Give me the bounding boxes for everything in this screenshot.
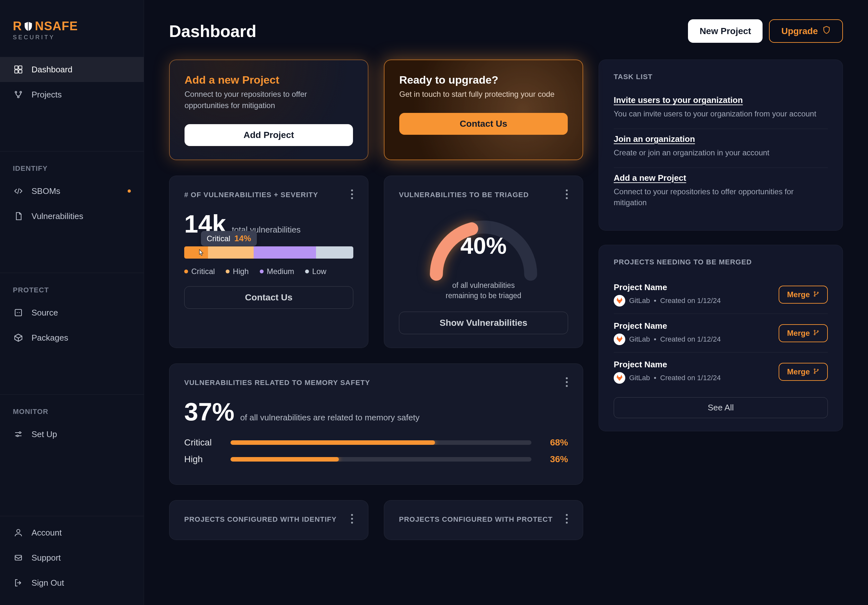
cursor-icon (196, 248, 205, 259)
gauge-value: 40% (422, 233, 545, 259)
svg-point-25 (566, 193, 568, 195)
nav-item-vulnerabilities[interactable]: Vulnerabilities (0, 203, 144, 229)
task-desc: Create or join an organization in your a… (614, 147, 828, 158)
svg-rect-3 (19, 70, 22, 73)
merge-button[interactable]: Merge (779, 285, 828, 304)
task-list-label: TASK LIST (614, 73, 828, 81)
svg-point-33 (566, 514, 568, 516)
seg-low[interactable] (316, 247, 353, 259)
show-vulnerabilities-button[interactable]: Show Vulnerabilities (399, 312, 568, 334)
svg-rect-0 (15, 66, 18, 69)
task-desc: You can invite users to your organizatio… (614, 109, 828, 119)
merge-list-card: PROJECTS NEEDING TO BE MERGED Project Na… (598, 245, 843, 431)
add-project-card: Add a new Project Connect to your reposi… (169, 59, 369, 160)
svg-point-30 (351, 514, 353, 516)
merge-item: Project Name GitLab • Created on 1/12/24… (614, 352, 828, 391)
nav-item-account[interactable]: Account (0, 520, 144, 545)
card-desc: Connect to your repositories to offer op… (184, 89, 353, 111)
kebab-menu-icon[interactable] (566, 189, 568, 200)
svg-point-17 (817, 330, 818, 332)
nav-item-setup[interactable]: Set Up (0, 422, 144, 447)
nav-label: Packages (31, 333, 68, 343)
mem-pct: 37% (184, 397, 234, 427)
dashboard-icon (13, 64, 24, 75)
merge-button[interactable]: Merge (779, 324, 828, 342)
task-item[interactable]: Add a new Project Connect to your reposi… (614, 168, 828, 218)
card-title: Add a new Project (184, 74, 353, 86)
nav-section-identify: IDENTIFY (0, 155, 144, 178)
protect-config-card: PROJECTS CONFIGURED WITH PROTECT (384, 500, 583, 540)
contact-us-button[interactable]: Contact Us (184, 286, 353, 309)
gitlab-icon (614, 372, 625, 384)
logo-char: R (13, 19, 22, 33)
merge-item: Project Name GitLab • Created on 1/12/24… (614, 275, 828, 314)
card-label: PROJECTS CONFIGURED WITH PROTECT (399, 515, 553, 524)
contact-us-button[interactable]: Contact Us (399, 113, 568, 135)
task-title: Add a new Project (614, 173, 828, 183)
project-name: Project Name (614, 321, 779, 331)
project-name: Project Name (614, 360, 779, 369)
gitlab-icon (614, 334, 625, 345)
severity-legend: Critical High Medium Low (184, 267, 353, 276)
nav-item-support[interactable]: Support (0, 545, 144, 570)
svg-point-4 (15, 92, 17, 93)
merge-button[interactable]: Merge (779, 363, 828, 381)
kebab-menu-icon[interactable] (566, 377, 568, 388)
severity-bar[interactable] (184, 247, 353, 259)
package-icon (13, 332, 24, 343)
identify-config-card: PROJECTS CONFIGURED WITH IDENTIFY (169, 500, 369, 540)
nav-label: Sign Out (31, 578, 64, 588)
task-item[interactable]: Join an organization Create or join an o… (614, 129, 828, 168)
header: Dashboard New Project Upgrade (169, 19, 843, 43)
merge-item: Project Name GitLab • Created on 1/12/24… (614, 314, 828, 352)
code-icon (13, 186, 24, 197)
nav-item-source[interactable]: Source (0, 300, 144, 325)
file-icon (13, 211, 24, 222)
svg-point-24 (566, 189, 568, 191)
card-desc: Get in touch to start fully protecting y… (399, 89, 568, 100)
add-project-button[interactable]: Add Project (184, 124, 353, 146)
user-icon (13, 527, 24, 538)
task-item[interactable]: Invite users to your organization You ca… (614, 90, 828, 129)
tooltip: Critical 14% (201, 231, 257, 246)
svg-rect-11 (15, 555, 22, 560)
signout-icon (13, 577, 24, 588)
upgrade-button[interactable]: Upgrade (769, 19, 843, 43)
svg-point-34 (566, 518, 568, 520)
nav-label: Account (31, 528, 62, 538)
nav-item-packages[interactable]: Packages (0, 325, 144, 350)
nav-item-signout[interactable]: Sign Out (0, 570, 144, 595)
nav-label: Vulnerabilities (31, 211, 83, 221)
svg-point-32 (351, 522, 353, 524)
see-all-button[interactable]: See All (614, 397, 828, 418)
svg-point-35 (566, 522, 568, 524)
vulnerabilities-severity-card: # OF VULNERABILITIES + SEVERITY 14k tota… (169, 175, 369, 348)
nav-label: Support (31, 553, 61, 563)
upgrade-card: Ready to upgrade? Get in touch to start … (384, 59, 583, 160)
svg-point-12 (814, 292, 815, 292)
nav-item-sboms[interactable]: SBOMs (0, 178, 144, 203)
logo[interactable]: R NSAFE SECURITY (0, 0, 144, 57)
kebab-menu-icon[interactable] (351, 189, 353, 200)
task-title: Join an organization (614, 134, 828, 144)
sidebar: R NSAFE SECURITY Dashboard Projects IDEN… (0, 0, 144, 605)
git-branch-icon (813, 290, 820, 299)
nav-label: Set Up (31, 430, 57, 439)
seg-high[interactable] (208, 247, 254, 259)
card-label: VULNERABILITIES TO BE TRIAGED (399, 191, 529, 199)
logo-subtitle: SECURITY (13, 34, 131, 41)
seg-medium[interactable] (254, 247, 316, 259)
kebab-menu-icon[interactable] (566, 514, 568, 525)
mem-row-high: High 36% (184, 454, 568, 464)
nav-section-monitor: MONITOR (0, 399, 144, 422)
divider (0, 151, 144, 152)
task-list-card: TASK LIST Invite users to your organizat… (598, 59, 843, 231)
svg-point-20 (817, 369, 818, 370)
svg-point-22 (351, 193, 353, 195)
new-project-button[interactable]: New Project (688, 19, 763, 43)
svg-point-31 (351, 518, 353, 520)
nav-item-projects[interactable]: Projects (0, 82, 144, 107)
nav-item-dashboard[interactable]: Dashboard (0, 57, 144, 82)
sliders-icon (13, 429, 24, 440)
kebab-menu-icon[interactable] (351, 514, 353, 525)
